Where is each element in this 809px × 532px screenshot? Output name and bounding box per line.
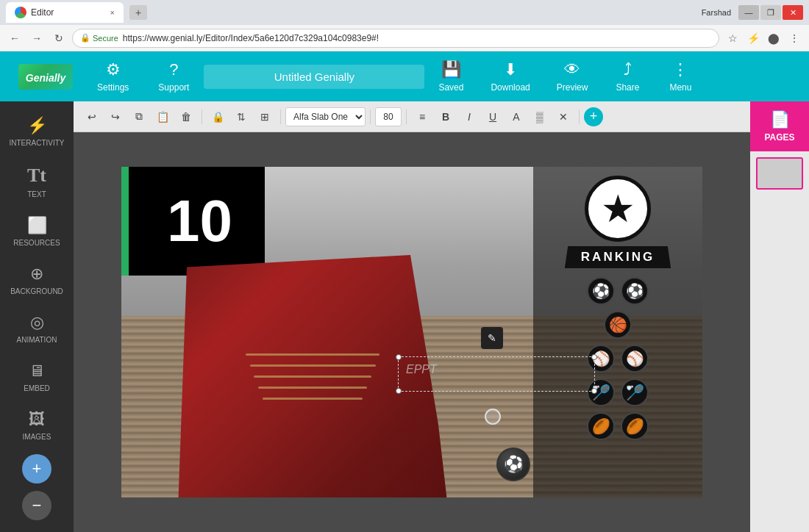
maximize-button[interactable]: ❐ <box>760 5 781 20</box>
sidebar-item-images[interactable]: 🖼 IMAGES <box>0 401 74 450</box>
font-family-select[interactable]: Alfa Slab One <box>285 107 366 126</box>
font-color-button[interactable]: A <box>505 107 527 127</box>
redo-button[interactable]: ↪ <box>104 107 126 127</box>
secure-badge: 🔒 Secure <box>80 33 118 43</box>
address-bar[interactable]: 🔒 Secure https://www.genial.ly/Editor/In… <box>72 29 719 48</box>
pages-label: PAGES <box>764 132 794 143</box>
canvas-wrapper: ↩ ↪ ⧉ 📋 🗑 🔒 ⇅ ⊞ Alfa Slab One ≡ B I U A … <box>74 101 750 532</box>
background-icon: ⊕ <box>30 265 43 284</box>
resources-icon: ⬜ <box>27 216 47 235</box>
underline-button[interactable]: U <box>482 107 504 127</box>
url-text: https://www.genial.ly/Editor/Index/5a6e1… <box>123 33 379 43</box>
resources-label: RESOURCES <box>13 239 60 247</box>
title-input-area[interactable] <box>204 65 424 89</box>
settings-circle-icon[interactable]: ⬤ <box>765 29 783 47</box>
separator-4 <box>406 109 407 124</box>
copy-button[interactable]: ⧉ <box>128 107 150 127</box>
text-selection-box: EPPT <box>398 356 595 392</box>
ball-5: ⚾ <box>621 345 649 373</box>
share-icon: ⤴ <box>624 60 632 79</box>
ball-8: 🏉 <box>587 412 615 440</box>
settings-icon: ⚙ <box>106 60 121 79</box>
images-label: IMAGES <box>23 433 51 441</box>
undo-button[interactable]: ↩ <box>81 107 103 127</box>
sidebar-item-interactivity[interactable]: ⚡ INTERACTIVITY <box>0 107 74 156</box>
ball-9: 🏉 <box>621 412 649 440</box>
embed-icon: 🖥 <box>29 362 45 381</box>
clear-format-button[interactable]: ✕ <box>552 107 574 127</box>
lock-button[interactable]: 🔒 <box>207 107 229 127</box>
tab-close-button[interactable]: × <box>110 8 115 17</box>
save-icon: 💾 <box>441 60 461 79</box>
right-panel: ★ RANKING ⚽ ⚽ 🏀 ⚾ ⚾ 🏸 🏸 🏉 <box>533 167 702 497</box>
editor-toolbar: ↩ ↪ ⧉ 📋 🗑 🔒 ⇅ ⊞ Alfa Slab One ≡ B I U A … <box>74 101 750 132</box>
bookmark-icon[interactable]: ☆ <box>724 29 741 47</box>
sidebar-item-animation[interactable]: ◎ ANIMATION <box>0 304 74 353</box>
transform-button[interactable]: ⇅ <box>230 107 252 127</box>
settings-nav-item[interactable]: ⚙ Settings <box>82 54 143 98</box>
add-element-button[interactable]: + <box>22 454 51 484</box>
pages-panel: 📄 PAGES <box>750 101 809 532</box>
bold-button[interactable]: B <box>435 107 457 127</box>
italic-button[interactable]: I <box>458 107 480 127</box>
handle-tr <box>591 354 597 360</box>
back-button[interactable]: ← <box>6 29 24 47</box>
sidebar-item-background[interactable]: ⊕ BACKGROUND <box>0 256 74 304</box>
support-icon: ? <box>169 60 178 79</box>
window-controls: Farshad — ❐ ✕ <box>702 5 803 20</box>
eppt-text: EPPT <box>399 357 594 382</box>
add-format-button[interactable]: + <box>584 107 603 126</box>
preview-icon: 👁 <box>564 60 580 79</box>
settings-label: Settings <box>97 82 129 93</box>
handle-br <box>591 388 597 394</box>
minimize-button[interactable]: — <box>738 5 759 20</box>
lightning-icon[interactable]: ⚡ <box>744 29 762 47</box>
presentation-title-input[interactable] <box>204 65 424 89</box>
star-badge: ★ <box>585 176 651 242</box>
window-username: Farshad <box>702 8 731 17</box>
ball-bottom: ⚽ <box>496 447 530 481</box>
saved-nav-item[interactable]: 💾 Saved <box>424 54 477 98</box>
more-options-icon[interactable]: ⋮ <box>785 29 803 47</box>
share-nav-item[interactable]: ⤴ Share <box>601 54 654 98</box>
font-size-input[interactable] <box>375 107 402 126</box>
animation-icon: ◎ <box>30 313 44 332</box>
text-icon: Tt <box>27 165 46 187</box>
browser-navbar: ← → ↻ 🔒 Secure https://www.genial.ly/Edi… <box>0 25 809 51</box>
close-button[interactable]: ✕ <box>783 5 803 20</box>
ball-1: ⚽ <box>587 277 615 305</box>
separator-5 <box>579 109 580 124</box>
sidebar-item-embed[interactable]: 🖥 EMBED <box>0 353 74 401</box>
pages-button[interactable]: 📄 PAGES <box>750 101 809 151</box>
interactivity-icon: ⚡ <box>27 116 47 135</box>
animation-label: ANIMATION <box>17 336 57 344</box>
text-cursor-indicator: ✎ <box>481 327 503 349</box>
ranking-badge: RANKING <box>565 246 671 268</box>
images-icon: 🖼 <box>29 410 45 429</box>
app-header: Genially ⚙ Settings ? Support 💾 Saved ⬇ … <box>0 51 809 101</box>
new-tab-button[interactable]: + <box>129 5 147 20</box>
share-label: Share <box>616 82 639 93</box>
remove-element-button[interactable]: − <box>22 491 51 520</box>
paste-button[interactable]: 📋 <box>152 107 174 127</box>
delete-button[interactable]: 🗑 <box>175 107 197 127</box>
highlight-button[interactable]: ▒ <box>529 107 551 127</box>
forward-button[interactable]: → <box>28 29 46 47</box>
download-nav-item[interactable]: ⬇ Download <box>477 54 543 98</box>
page-thumbnail[interactable] <box>756 157 803 190</box>
download-label: Download <box>491 82 530 93</box>
ball-3: 🏀 <box>604 311 632 339</box>
grid-button[interactable]: ⊞ <box>254 107 276 127</box>
reload-button[interactable]: ↻ <box>50 29 68 47</box>
support-nav-item[interactable]: ? Support <box>143 54 204 98</box>
menu-nav-item[interactable]: ⋮ Menu <box>654 54 707 98</box>
app-logo: Genially <box>18 64 73 90</box>
browser-tab[interactable]: Editor × <box>6 2 124 23</box>
preview-nav-item[interactable]: 👁 Preview <box>544 54 602 98</box>
canvas-area[interactable]: 10 ★ RANKING ⚽ ⚽ 🏀 <box>74 132 750 532</box>
align-button[interactable]: ≡ <box>411 107 433 127</box>
saved-label: Saved <box>438 82 463 93</box>
sidebar-item-text[interactable]: Tt TEXT <box>0 156 74 207</box>
main-area: ⚡ INTERACTIVITY Tt TEXT ⬜ RESOURCES ⊕ BA… <box>0 101 809 532</box>
sidebar-item-resources[interactable]: ⬜ RESOURCES <box>0 207 74 256</box>
